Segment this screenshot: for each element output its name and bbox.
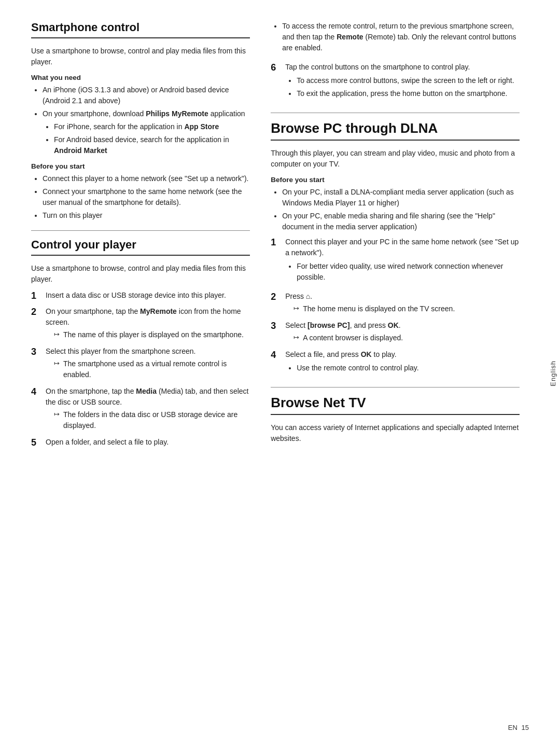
step-3: 3 Select this player from the smartphone… [31, 346, 250, 382]
arrow-icon: ↦ [54, 358, 63, 380]
list-item: For better video quality, use wired netw… [297, 261, 520, 283]
media-bold: Media [136, 387, 157, 395]
list-item: To access more control buttons, swipe th… [297, 75, 520, 86]
app-store-list: For iPhone, search for the application i… [43, 121, 250, 156]
list-item: For iPhone, search for the application i… [54, 121, 250, 132]
step-2-content: On your smartphone, tap the MyRemote ico… [46, 306, 250, 342]
smartphone-control-intro: Use a smartphone to browse, control and … [31, 46, 250, 67]
dlna-step-4-content: Select a file, and press OK to play. Use… [285, 349, 520, 378]
step-1-content: Insert a data disc or USB storage device… [46, 290, 250, 301]
divider [31, 230, 250, 231]
step-num-3: 3 [31, 346, 46, 358]
step-4-content: On the smartphone, tap the Media (Media)… [46, 386, 250, 433]
arrow-text: A content browser is displayed. [303, 333, 403, 343]
arrow-text: The home menu is displayed on the TV scr… [303, 303, 455, 314]
dlna-step-num-1: 1 [271, 237, 285, 248]
page-number-area: EN 15 [508, 724, 529, 731]
dlna-before-you-start-heading: Before you start [271, 176, 520, 184]
dlna-step-1-bullets: For better video quality, use wired netw… [285, 261, 520, 283]
right-column: To access the remote control, return to … [265, 21, 520, 726]
step-6-sub-bullets: To access more control buttons, swipe th… [285, 75, 520, 99]
step-num-4: 4 [31, 386, 46, 398]
arrow-text: The name of this player is displayed on … [63, 329, 244, 340]
arrow-text: The smartphone used as a virtual remote … [63, 358, 250, 380]
control-your-player-intro: Use a smartphone to browse, control and … [31, 263, 250, 285]
step-num-1: 1 [31, 290, 46, 302]
arrow-text: The folders in the data disc or USB stor… [63, 409, 250, 431]
side-tab-label: English [549, 361, 557, 386]
step-4: 4 On the smartphone, tap the Media (Medi… [31, 386, 250, 433]
step-1: 1 Insert a data disc or USB storage devi… [31, 290, 250, 302]
dlna-step-3: 3 Select [browse PC], and press OK. ↦ A … [271, 320, 520, 345]
philips-myremote-bold: Philips MyRemote [146, 109, 208, 118]
side-tab: English [545, 0, 560, 747]
browse-pc-title: Browse PC through DLNA [271, 120, 520, 141]
step-3-content: Select this player from the smartphone s… [46, 346, 250, 382]
arrow-icon: ↦ [293, 333, 303, 343]
dlna-step-num-4: 4 [271, 349, 285, 361]
arrow-item: ↦ The name of this player is displayed o… [46, 329, 250, 340]
remote-bold: Remote [337, 33, 363, 41]
what-you-need-heading: What you need [31, 74, 250, 81]
step-5-content: Open a folder, and select a file to play… [46, 437, 250, 448]
list-item: To access the remote control, return to … [282, 21, 520, 53]
arrow-item: ↦ The folders in the data disc or USB st… [46, 409, 250, 431]
dlna-step-num-3: 3 [271, 320, 285, 332]
browse-pc-bold: [browse PC] [307, 321, 350, 329]
list-item: Connect this player to a home network (s… [43, 173, 250, 184]
divider-2 [271, 113, 520, 113]
step-6-content: Tap the control buttons on the smartphon… [285, 62, 520, 103]
main-content: Smartphone control Use a smartphone to b… [0, 0, 545, 747]
left-column: Smartphone control Use a smartphone to b… [31, 21, 265, 726]
arrow-item: ↦ A content browser is displayed. [285, 333, 520, 343]
step-2: 2 On your smartphone, tap the MyRemote i… [31, 306, 250, 342]
dlna-step-2-content: Press ⌂. ↦ The home menu is displayed on… [285, 291, 520, 316]
list-item: On your smartphone, download Philips MyR… [43, 108, 250, 156]
dlna-step-num-2: 2 [271, 291, 285, 303]
arrow-icon: ↦ [293, 303, 303, 314]
what-you-need-list: An iPhone (iOS 3.1.3 and above) or Andro… [31, 85, 250, 156]
dlna-before-list: On your PC, install a DLNA-compliant med… [271, 187, 520, 232]
browse-nettv-title: Browse Net TV [271, 395, 520, 415]
list-item: Use the remote control to control play. [297, 363, 520, 374]
browse-pc-intro: Through this player, you can stream and … [271, 148, 520, 170]
before-you-start-list: Connect this player to a home network (s… [31, 173, 250, 221]
ok-bold-2: OK [361, 350, 372, 358]
list-item: Connect your smartphone to the same home… [43, 186, 250, 208]
arrow-icon: ↦ [54, 329, 63, 340]
page: English Smartphone control Use a smartph… [0, 0, 560, 747]
smartphone-control-title: Smartphone control [31, 21, 250, 38]
list-item: Turn on this player [43, 210, 250, 221]
list-item: On your PC, enable media sharing and fil… [282, 211, 520, 232]
list-item: An iPhone (iOS 3.1.3 and above) or Andro… [43, 85, 250, 106]
step-num-2: 2 [31, 306, 46, 318]
dlna-step-2: 2 Press ⌂. ↦ The home menu is displayed … [271, 291, 520, 316]
step-6-bullets: To access the remote control, return to … [271, 21, 520, 53]
browse-pc-section: Browse PC through DLNA Through this play… [271, 120, 520, 378]
dlna-step-4-bullets: Use the remote control to control play. [285, 363, 520, 374]
smartphone-control-section: Smartphone control Use a smartphone to b… [31, 21, 250, 221]
android-market-bold: Android Market [54, 146, 107, 155]
dlna-step-1: 1 Connect this player and your PC in the… [271, 237, 520, 287]
app-store-bold: App Store [184, 122, 219, 131]
dlna-step-4: 4 Select a file, and press OK to play. U… [271, 349, 520, 378]
list-item: To exit the application, press the home … [297, 88, 520, 99]
arrow-icon: ↦ [54, 409, 63, 431]
step-6: 6 Tap the control buttons on the smartph… [271, 62, 520, 103]
arrow-item: ↦ The smartphone used as a virtual remot… [46, 358, 250, 380]
ok-bold: OK [388, 321, 399, 329]
divider-3 [271, 387, 520, 388]
step-num-6: 6 [271, 62, 285, 74]
myremote-bold: MyRemote [140, 307, 177, 315]
step-5: 5 Open a folder, and select a file to pl… [31, 437, 250, 449]
control-your-player-title: Control your player [31, 238, 250, 256]
list-item: On your PC, install a DLNA-compliant med… [282, 187, 520, 209]
list-item: For Android based device, search for the… [54, 134, 250, 156]
browse-nettv-intro: You can access variety of Internet appli… [271, 422, 520, 444]
before-you-start-heading: Before you start [31, 162, 250, 170]
browse-nettv-section: Browse Net TV You can access variety of … [271, 395, 520, 444]
page-num-value: 15 [522, 724, 529, 731]
dlna-step-3-content: Select [browse PC], and press OK. ↦ A co… [285, 320, 520, 345]
en-label: EN [508, 724, 517, 731]
dlna-step-1-content: Connect this player and your PC in the s… [285, 237, 520, 287]
